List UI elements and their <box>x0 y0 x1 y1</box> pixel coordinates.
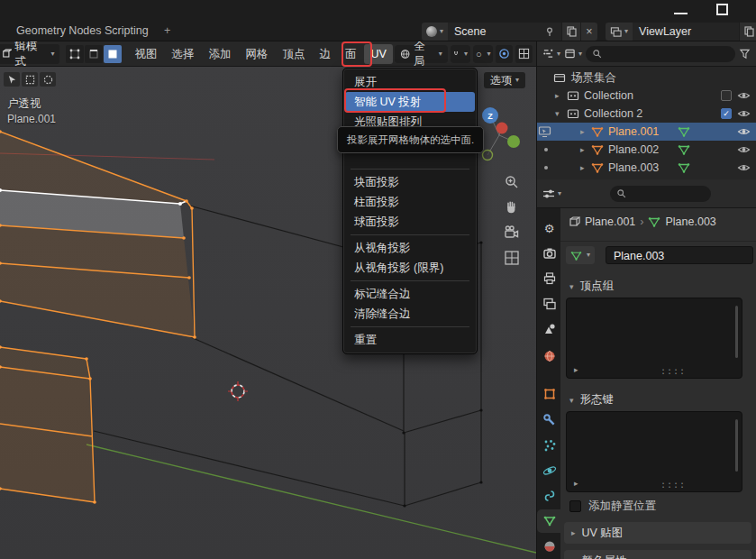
eye-icon[interactable] <box>737 125 751 139</box>
window-maximize-button[interactable] <box>716 4 728 15</box>
select-box-button[interactable] <box>22 72 38 87</box>
menu-item-cube-projection[interactable]: 块面投影 <box>343 172 477 192</box>
chevron-down-icon[interactable]: ▾ <box>461 50 470 58</box>
tab-object-data[interactable] <box>537 509 561 533</box>
menu-item-sphere-projection[interactable]: 球面投影 <box>343 212 477 232</box>
new-viewlayer-button[interactable] <box>740 23 756 41</box>
menu-vertex[interactable]: 顶点 <box>276 44 311 64</box>
menu-item-project-from-view-bounds[interactable]: 从视角投影 (限界) <box>343 258 477 278</box>
tab-constraints[interactable] <box>537 484 561 508</box>
menu-select[interactable]: 选择 <box>165 44 200 64</box>
overlays-toggle-button[interactable] <box>515 45 533 63</box>
collapse-arrow-icon[interactable]: ▾ <box>555 109 560 118</box>
workspace-tab-scripting[interactable]: Scripting <box>96 20 158 41</box>
exclude-checkbox-checked[interactable]: ✓ <box>721 108 732 119</box>
eye-icon[interactable] <box>737 161 751 175</box>
browse-mesh-data-button[interactable]: ▾ <box>566 246 595 264</box>
add-workspace-button[interactable]: + <box>155 20 179 41</box>
menu-face[interactable]: 面 <box>339 44 363 64</box>
gizmo-toggle-button[interactable] <box>496 45 513 63</box>
filter-icon[interactable] <box>739 48 751 60</box>
resize-grip-icon[interactable]: :::: <box>660 480 686 490</box>
outliner-row-plane-003[interactable]: ▸ Plane.003 <box>537 159 756 177</box>
selected-mesh-box[interactable] <box>0 130 196 339</box>
tab-scene[interactable] <box>537 317 561 341</box>
outliner-row-collection[interactable]: ▸ Collection <box>537 87 756 105</box>
outliner-editor-type-button[interactable]: ▾ <box>542 48 560 60</box>
chevron-down-icon[interactable]: ▾ <box>485 50 493 58</box>
menu-mesh[interactable]: 网格 <box>239 44 274 64</box>
ortho-grid-icon[interactable] <box>503 249 521 267</box>
vertex-select-button[interactable] <box>66 45 84 63</box>
menu-uv[interactable]: UV <box>364 44 392 64</box>
browse-scene-button[interactable]: ▾ <box>422 23 448 41</box>
outliner-row-scene-collection[interactable]: 场景集合 <box>537 69 756 87</box>
outliner-row-plane-001[interactable]: ▸ Plane.001 <box>537 123 756 141</box>
select-circle-button[interactable] <box>40 72 56 87</box>
menu-item-clear-seam[interactable]: 清除缝合边 <box>343 304 477 324</box>
pin-icon[interactable] <box>544 26 555 37</box>
zoom-icon[interactable] <box>503 173 521 191</box>
exclude-checkbox[interactable] <box>721 90 732 101</box>
data-name-input[interactable]: Plane.003 <box>606 246 753 264</box>
camera-view-icon[interactable] <box>503 224 521 242</box>
new-scene-button[interactable] <box>562 23 580 41</box>
color-attributes-panel-header[interactable]: ▸ 颜色属性 <box>564 550 751 559</box>
menu-item-unwrap[interactable]: 展开 <box>343 72 477 92</box>
menu-view[interactable]: 视图 <box>128 44 163 64</box>
pan-hand-icon[interactable] <box>503 198 521 216</box>
list-scrollbar[interactable] <box>735 306 738 358</box>
list-scrollbar[interactable] <box>735 419 738 472</box>
select-tweak-button[interactable] <box>4 72 20 87</box>
eye-icon[interactable] <box>737 107 751 121</box>
expand-arrow-icon[interactable]: ▸ <box>580 163 585 172</box>
breadcrumb-data[interactable]: Plane.003 <box>665 215 715 228</box>
outliner-row-collection-2[interactable]: ▾ Collection 2 ✓ <box>537 105 756 123</box>
gizmo-y-axis[interactable] <box>507 135 520 148</box>
menu-add[interactable]: 添加 <box>202 44 237 64</box>
gizmo-x-axis[interactable] <box>496 123 508 134</box>
transform-orientation-dropdown[interactable]: 全局 ▾ <box>395 45 448 63</box>
menu-item-reset[interactable]: 重置 <box>343 330 477 350</box>
tab-modifiers[interactable] <box>537 408 561 432</box>
gizmo-z-label[interactable]: Z <box>487 112 493 121</box>
eye-icon[interactable] <box>737 143 751 157</box>
tab-world[interactable] <box>537 344 561 368</box>
expand-arrow-icon[interactable]: ▸ <box>580 127 585 136</box>
rest-position-checkbox[interactable] <box>569 500 581 512</box>
expand-arrow-icon[interactable]: ▸ <box>555 91 560 100</box>
proportional-editing-icon[interactable]: ○ <box>473 49 485 60</box>
vertex-groups-panel-header[interactable]: ▾ 顶点组 <box>569 279 614 294</box>
eye-icon[interactable] <box>737 89 751 103</box>
tab-material[interactable] <box>537 535 561 558</box>
mode-selector[interactable]: 辑模式 ▾ <box>0 44 59 64</box>
options-dropdown[interactable]: 选项 ▾ <box>484 72 525 88</box>
menu-item-mark-seam[interactable]: 标记缝合边 <box>343 284 477 304</box>
tab-output[interactable] <box>537 267 561 290</box>
resize-grip-icon[interactable]: :::: <box>660 366 686 376</box>
gizmo-y-negative-axis[interactable] <box>483 151 493 160</box>
selected-mesh-small-box[interactable] <box>0 345 96 504</box>
shape-keys-panel-header[interactable]: ▾ 形态键 <box>569 392 614 408</box>
mesh-data-icon[interactable] <box>678 125 690 138</box>
tab-view-layer[interactable] <box>537 292 561 316</box>
expand-arrow-icon[interactable]: ▸ <box>580 145 585 154</box>
outliner-row-plane-002[interactable]: ▸ Plane.002 <box>537 141 756 159</box>
list-expand-icon[interactable]: ▸ <box>574 479 578 488</box>
edge-select-button[interactable] <box>85 45 103 63</box>
mesh-data-icon[interactable] <box>678 161 690 174</box>
tab-tool[interactable]: ⚙ <box>537 216 561 240</box>
shape-keys-list[interactable]: ▸ :::: <box>566 411 742 492</box>
properties-editor-type-button[interactable]: ▾ <box>542 188 561 200</box>
face-select-button[interactable] <box>104 45 122 63</box>
outliner-search-input[interactable] <box>586 46 735 62</box>
snap-magnet-icon[interactable] <box>451 48 461 60</box>
window-minimize-button[interactable] <box>674 7 688 14</box>
unlink-scene-button[interactable]: × <box>581 23 597 41</box>
properties-search-input[interactable] <box>610 186 711 202</box>
list-expand-icon[interactable]: ▸ <box>574 365 578 374</box>
outliner-display-mode-button[interactable]: ▾ <box>564 48 582 60</box>
viewlayer-name-field[interactable]: ViewLayer <box>633 23 739 41</box>
menu-item-smart-uv-project[interactable]: 智能 UV 投射 <box>345 92 475 112</box>
vertex-groups-list[interactable]: ▸ :::: <box>566 298 742 379</box>
